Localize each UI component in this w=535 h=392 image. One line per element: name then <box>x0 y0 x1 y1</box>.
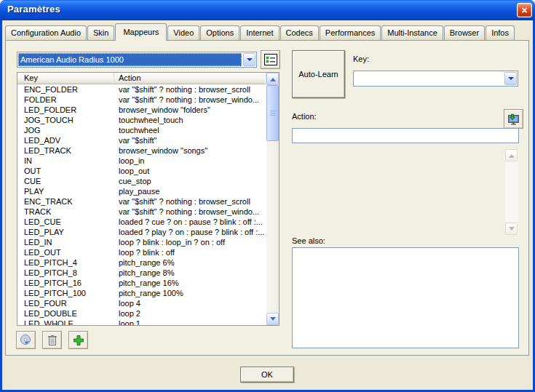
key-dropdown-value <box>354 72 503 85</box>
table-row[interactable]: PLAYplay_pause <box>17 186 266 196</box>
action-cell: var "$shift" ? nothing : browser_scroll <box>114 196 266 207</box>
table-header: Key Action <box>17 73 266 84</box>
table-row[interactable]: LED_INloop ? blink : loop_in ? on : off <box>17 237 266 247</box>
mapping-table-body: ENC_FOLDERvar "$shift" ? nothing : brows… <box>17 84 266 325</box>
chevron-down-icon <box>508 77 514 83</box>
reload-mapper-button[interactable] <box>16 331 36 349</box>
scroll-up-button <box>505 149 518 161</box>
ok-button[interactable]: OK <box>240 367 294 383</box>
action-label: Action: <box>292 112 317 121</box>
list-details-icon <box>264 54 277 65</box>
column-header-action[interactable]: Action <box>114 73 266 84</box>
dialog-body: Configuration AudioSkinMappeursVideoOpti… <box>2 20 533 390</box>
mapper-list-button[interactable] <box>261 50 280 69</box>
scroll-down-button <box>505 223 518 235</box>
table-row[interactable]: LED_TRACKbrowser_window "songs" <box>17 145 266 156</box>
auto-learn-button[interactable]: Auto-Learn <box>292 50 345 98</box>
table-row[interactable]: FOLDERvar "$shift" ? nothing : browser_w… <box>17 95 266 105</box>
tab-performances[interactable]: Performances <box>320 25 381 40</box>
tab-skin[interactable]: Skin <box>87 25 114 40</box>
table-row[interactable]: LED_PITCH_100pitch_range 100% <box>17 288 266 298</box>
action-cell: loop 2 <box>114 308 266 319</box>
tab-bar: Configuration AudioSkinMappeursVideoOpti… <box>5 23 530 40</box>
table-row[interactable]: LED_ADVvar "$shift" <box>17 135 266 145</box>
key-cell: LED_PLAY <box>17 227 114 237</box>
tab-configuration-audio[interactable]: Configuration Audio <box>5 25 87 40</box>
action-cell: loop ? blink : loop_in ? on : off <box>114 237 266 247</box>
action-cell: pitch_range 100% <box>114 288 266 298</box>
table-row[interactable]: TRACKvar "$shift" ? nothing : browser_wi… <box>17 207 266 217</box>
see-also-list[interactable] <box>292 247 519 348</box>
table-row[interactable]: LED_WHOLEloop 1 <box>17 319 266 325</box>
table-row[interactable]: ENC_FOLDERvar "$shift" ? nothing : brows… <box>17 84 266 95</box>
table-row[interactable]: LED_FOURloop 4 <box>17 298 266 308</box>
action-cell: browser_window "folders" <box>114 105 266 115</box>
table-row[interactable]: LED_FOLDERbrowser_window "folders" <box>17 105 266 115</box>
table-row[interactable]: LED_PLAYloaded ? play ? on : pause ? bli… <box>17 227 266 237</box>
device-dropdown-arrow[interactable] <box>243 53 255 66</box>
key-cell: LED_TRACK <box>17 145 114 156</box>
tab-codecs[interactable]: Codecs <box>280 25 319 40</box>
tab-internet[interactable]: Internet <box>240 25 279 40</box>
table-row[interactable]: JOGtouchwheel <box>17 125 266 135</box>
action-cell: loop ? blink : off <box>114 247 266 257</box>
key-cell: LED_DOUBLE <box>17 308 114 319</box>
key-cell: CUE <box>17 176 114 186</box>
key-cell: ENC_TRACK <box>17 196 114 207</box>
table-row[interactable]: OUTloop_out <box>17 166 266 176</box>
close-button[interactable]: × <box>517 3 532 17</box>
table-row[interactable]: LED_PITCH_16pitch_range 16% <box>17 278 266 288</box>
titlebar[interactable]: Paramètres × <box>0 0 535 20</box>
key-cell: FOLDER <box>17 95 114 105</box>
action-scrollbar-disabled <box>505 149 518 235</box>
tab-video[interactable]: Video <box>167 25 199 40</box>
column-header-key[interactable]: Key <box>17 73 114 84</box>
key-label: Key: <box>353 55 369 63</box>
tab-infos[interactable]: Infos <box>486 25 515 40</box>
tab-browser[interactable]: Browser <box>444 25 485 40</box>
table-row[interactable]: LED_DOUBLEloop 2 <box>17 308 266 319</box>
add-mapping-button[interactable] <box>68 331 88 349</box>
arrow-up-icon <box>270 75 276 81</box>
action-cell: pitch_range 8% <box>114 268 266 278</box>
key-cell: IN <box>17 156 114 166</box>
table-row[interactable]: LED_PITCH_8pitch_range 8% <box>17 268 266 278</box>
key-dropdown-arrow[interactable] <box>504 72 517 85</box>
action-cell: var "$shift" ? nothing : browser_scroll <box>114 84 266 95</box>
action-input[interactable] <box>292 128 519 143</box>
table-row[interactable]: LED_PITCH_4pitch_range 6% <box>17 257 266 268</box>
key-cell: JOG_TOUCH <box>17 115 114 125</box>
key-cell: TRACK <box>17 207 114 217</box>
key-cell: ENC_FOLDER <box>17 84 114 95</box>
tab-mappeurs[interactable]: Mappeurs <box>115 23 167 41</box>
scrollbar-thumb[interactable] <box>266 85 279 141</box>
scroll-down-button[interactable] <box>266 313 279 325</box>
key-cell: JOG <box>17 125 114 135</box>
table-scrollbar[interactable] <box>266 73 279 325</box>
close-icon: × <box>521 5 527 15</box>
window-title: Paramètres <box>7 4 60 15</box>
table-row[interactable]: CUEcue_stop <box>17 176 266 186</box>
plus-icon <box>73 335 84 346</box>
tab-options[interactable]: Options <box>200 25 239 40</box>
table-row[interactable]: LED_CUEloaded ? cue ? on : pause ? blink… <box>17 217 266 227</box>
delete-mapping-button[interactable] <box>42 331 62 349</box>
scroll-up-button[interactable] <box>266 73 279 85</box>
mapper-device-dropdown[interactable]: American Audio Radius 1000 <box>17 52 257 68</box>
tab-multi-instance[interactable]: Multi-Instance <box>381 25 443 40</box>
arrow-down-icon <box>270 317 276 324</box>
table-row[interactable]: JOG_TOUCHtouchwheel_touch <box>17 115 266 125</box>
key-cell: OUT <box>17 166 114 176</box>
key-cell: LED_IN <box>17 237 114 247</box>
tab-page-mappers: American Audio Radius 1000 Key <box>5 40 529 356</box>
table-row[interactable]: ENC_TRACKvar "$shift" ? nothing : browse… <box>17 196 266 207</box>
table-row[interactable]: INloop_in <box>17 156 266 166</box>
mapper-device-value: American Audio Radius 1000 <box>18 53 242 66</box>
settings-dialog: Paramètres × Configuration AudioSkinMapp… <box>0 0 535 392</box>
apply-action-button[interactable] <box>504 109 523 129</box>
key-cell: LED_FOUR <box>17 298 114 308</box>
key-dropdown[interactable] <box>353 71 518 87</box>
table-row[interactable]: LED_OUTloop ? blink : off <box>17 247 266 257</box>
grip-icon <box>270 111 276 116</box>
see-also-label: See also: <box>292 236 325 245</box>
